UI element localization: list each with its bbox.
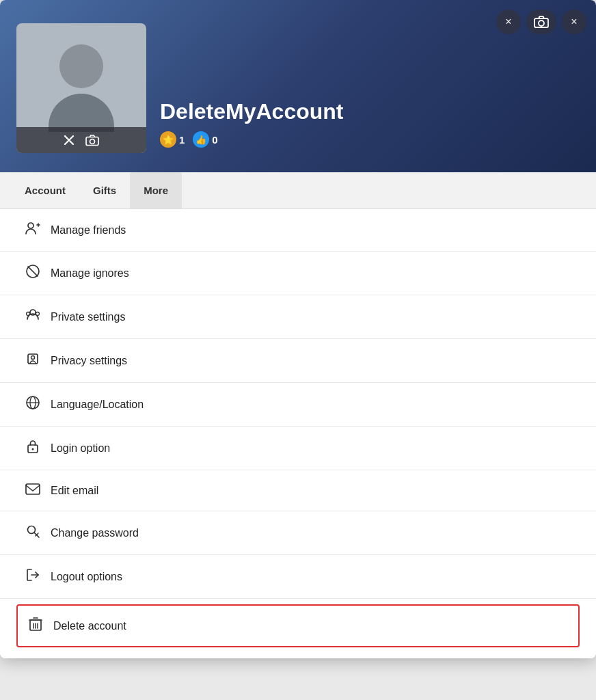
thumb-badge: 👍 0 <box>193 131 217 148</box>
thumb-icon: 👍 <box>193 131 209 148</box>
manage-friends-label: Manage friends <box>51 224 126 237</box>
change-password-label: Change password <box>51 527 139 539</box>
svg-point-15 <box>31 356 35 360</box>
svg-point-20 <box>32 448 34 450</box>
svg-rect-21 <box>26 484 40 494</box>
profile-header: × × <box>0 0 596 172</box>
edit-email-label: Edit email <box>51 485 98 497</box>
header-top-buttons: × × <box>496 10 586 34</box>
thumb-count: 0 <box>212 134 217 146</box>
tab-gifts[interactable]: Gifts <box>79 172 130 208</box>
login-option-icon <box>25 439 41 457</box>
star-count: 1 <box>179 134 185 146</box>
private-settings-label: Private settings <box>51 311 125 323</box>
avatar-body <box>49 94 114 132</box>
logout-options-label: Logout options <box>51 571 122 583</box>
avatar-camera-icon <box>85 135 99 146</box>
header-camera-button[interactable] <box>526 10 556 34</box>
menu-item-login-option[interactable]: Login option <box>0 427 596 470</box>
menu-item-privacy-settings[interactable]: Privacy settings <box>0 339 596 383</box>
tab-more[interactable]: More <box>130 172 182 208</box>
menu-list: Manage friends Manage ignores Privat <box>0 209 596 658</box>
avatar-person <box>49 44 114 132</box>
delete-account-icon <box>27 617 44 635</box>
svg-point-6 <box>28 223 33 228</box>
svg-point-12 <box>27 312 30 316</box>
avatar-head <box>59 44 103 88</box>
avatar-bottom-bar <box>16 127 146 153</box>
header-close-left-button[interactable]: × <box>496 10 521 34</box>
profile-info: DeleteMyAccount ⭐ 1 👍 0 <box>160 99 344 153</box>
tab-account[interactable]: Account <box>11 172 79 208</box>
language-location-icon <box>25 395 41 414</box>
privacy-settings-icon <box>25 351 41 370</box>
menu-item-manage-ignores[interactable]: Manage ignores <box>0 252 596 295</box>
menu-item-private-settings[interactable]: Private settings <box>0 295 596 339</box>
camera-icon <box>534 16 549 28</box>
avatar-remove-icon <box>64 135 74 146</box>
avatar-wrapper <box>16 23 146 153</box>
edit-email-icon <box>25 483 41 498</box>
tab-gifts-label: Gifts <box>93 185 116 196</box>
delete-account-label: Delete account <box>53 620 126 632</box>
svg-point-5 <box>90 139 95 144</box>
privacy-settings-label: Privacy settings <box>51 355 127 367</box>
menu-item-language-location[interactable]: Language/Location <box>0 383 596 427</box>
star-icon: ⭐ <box>160 131 176 148</box>
manage-ignores-label: Manage ignores <box>51 267 129 280</box>
menu-item-logout-options[interactable]: Logout options <box>0 555 596 599</box>
svg-line-10 <box>28 267 38 276</box>
login-option-label: Login option <box>51 442 110 455</box>
close-left-icon: × <box>505 16 511 28</box>
menu-item-change-password[interactable]: Change password <box>0 511 596 555</box>
tab-more-label: More <box>144 185 168 196</box>
menu-item-delete-account[interactable]: Delete account <box>16 604 580 647</box>
svg-point-13 <box>36 312 40 316</box>
tabs-bar: Account Gifts More <box>0 172 596 209</box>
change-password-icon <box>25 524 41 542</box>
language-location-label: Language/Location <box>51 399 144 411</box>
profile-name: DeleteMyAccount <box>160 99 344 124</box>
avatar-remove-button[interactable] <box>64 135 74 146</box>
menu-item-edit-email[interactable]: Edit email <box>0 470 596 511</box>
manage-friends-icon <box>25 221 41 239</box>
logout-options-icon <box>25 567 41 586</box>
manage-ignores-icon <box>25 264 41 282</box>
star-badge: ⭐ 1 <box>160 131 185 148</box>
svg-point-1 <box>539 21 544 26</box>
avatar-camera-button[interactable] <box>85 135 99 146</box>
header-close-right-button[interactable]: × <box>562 10 586 34</box>
profile-content: DeleteMyAccount ⭐ 1 👍 0 <box>16 23 580 153</box>
profile-badges: ⭐ 1 👍 0 <box>160 131 344 148</box>
private-settings-icon <box>25 308 41 326</box>
tab-account-label: Account <box>25 185 66 196</box>
menu-item-manage-friends[interactable]: Manage friends <box>0 209 596 252</box>
close-right-icon: × <box>571 16 577 28</box>
modal-container: × × <box>0 0 596 658</box>
